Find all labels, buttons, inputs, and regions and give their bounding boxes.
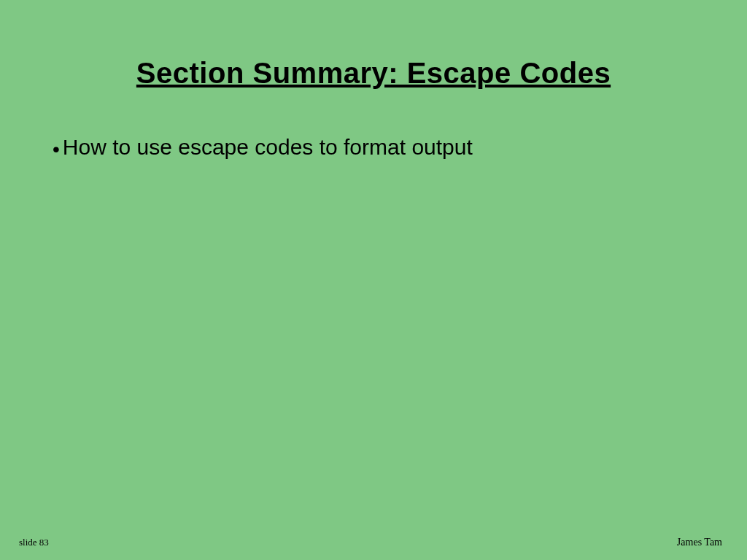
bullet-marker-icon: • (53, 139, 60, 160)
bullet-item: • How to use escape codes to format outp… (53, 135, 747, 160)
bullet-text: How to use escape codes to format output (63, 135, 473, 160)
slide-number: slide 83 (19, 537, 49, 548)
author-name: James Tam (677, 537, 722, 548)
slide-title: Section Summary: Escape Codes (0, 0, 747, 90)
bullet-list: • How to use escape codes to format outp… (0, 90, 747, 160)
